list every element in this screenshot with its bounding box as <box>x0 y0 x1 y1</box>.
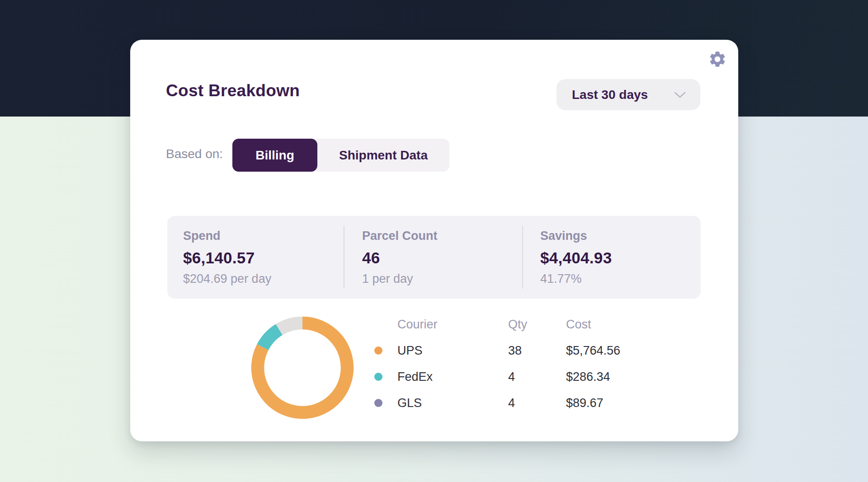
legend-dot-fedex <box>374 370 397 384</box>
chevron-down-icon <box>674 92 686 98</box>
courier-table: Courier Qty Cost UPS 38 $5,764.56 FedEx … <box>374 311 665 416</box>
period-dropdown[interactable]: Last 30 days <box>557 79 700 110</box>
table-header-courier: Courier <box>397 318 508 332</box>
legend-dot-ups <box>374 344 397 358</box>
table-header-qty: Qty <box>508 318 566 332</box>
table-row-qty: 4 <box>508 370 566 384</box>
stat-label: Savings <box>540 229 612 243</box>
card-title: Cost Breakdown <box>166 81 300 100</box>
settings-button[interactable] <box>707 49 728 70</box>
stat-value: $6,140.57 <box>183 249 271 267</box>
table-row-courier: UPS <box>397 344 508 358</box>
table-header-cost: Cost <box>566 318 665 332</box>
cost-breakdown-card: Cost Breakdown Last 30 days Based on: Bi… <box>130 40 738 441</box>
table-row-cost: $286.34 <box>566 370 665 384</box>
table-row-qty: 38 <box>508 344 566 358</box>
stat-subtext: $204.69 per day <box>183 272 271 286</box>
stats-divider <box>522 226 523 289</box>
stats-panel: Spend $6,140.57 $204.69 per day Parcel C… <box>167 216 701 299</box>
stat-value: $4,404.93 <box>540 249 612 267</box>
stat-savings: Savings $4,404.93 41.77% <box>540 229 612 286</box>
data-source-toggle: Billing Shipment Data <box>232 139 449 172</box>
table-row-courier: FedEx <box>397 370 508 384</box>
gear-icon <box>708 50 727 69</box>
page-background: Cost Breakdown Last 30 days Based on: Bi… <box>0 0 868 482</box>
period-dropdown-value: Last 30 days <box>572 88 648 102</box>
stat-subtext: 1 per day <box>362 272 438 286</box>
stat-subtext: 41.77% <box>540 272 612 286</box>
stat-label: Parcel Count <box>362 229 438 243</box>
stat-value: 46 <box>362 249 438 267</box>
donut-segment-fedex <box>263 329 279 347</box>
stat-label: Spend <box>183 229 271 243</box>
table-row-qty: 4 <box>508 396 566 410</box>
table-row-cost: $89.67 <box>566 396 665 410</box>
legend-dot-icon <box>374 373 382 381</box>
table-row-courier: GLS <box>397 396 508 410</box>
stat-parcel-count: Parcel Count 46 1 per day <box>362 229 438 286</box>
toggle-option-shipment-data[interactable]: Shipment Data <box>317 139 449 172</box>
toggle-option-billing[interactable]: Billing <box>232 139 317 172</box>
legend-dot-gls <box>374 396 397 410</box>
donut-segment-gls <box>279 323 302 329</box>
donut-chart <box>250 316 354 420</box>
legend-dot-icon <box>374 346 382 355</box>
stat-spend: Spend $6,140.57 $204.69 per day <box>183 229 271 286</box>
table-row-cost: $5,764.56 <box>566 344 665 358</box>
based-on-label: Based on: <box>166 147 223 161</box>
stats-divider <box>344 226 344 289</box>
legend-dot-icon <box>374 399 382 407</box>
